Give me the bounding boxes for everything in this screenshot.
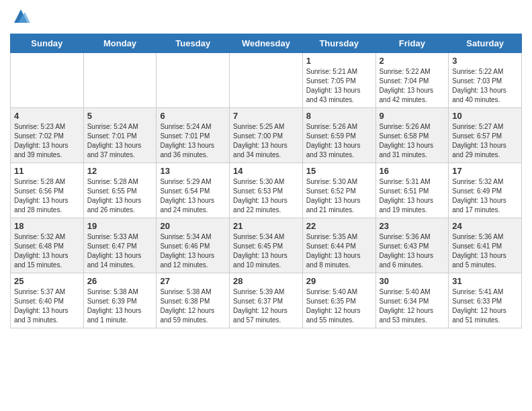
calendar-cell: 23Sunrise: 5:36 AM Sunset: 6:43 PM Dayli… <box>375 218 449 273</box>
calendar-cell: 12Sunrise: 5:28 AM Sunset: 6:55 PM Dayli… <box>83 163 157 218</box>
day-info: Sunrise: 5:30 AM Sunset: 6:53 PM Dayligh… <box>233 177 299 215</box>
day-number: 17 <box>452 166 518 176</box>
calendar-cell: 24Sunrise: 5:36 AM Sunset: 6:41 PM Dayli… <box>449 218 522 273</box>
day-number: 24 <box>452 221 518 231</box>
day-info: Sunrise: 5:26 AM Sunset: 6:59 PM Dayligh… <box>306 122 372 160</box>
day-number: 28 <box>233 276 299 286</box>
day-number: 9 <box>380 111 445 121</box>
day-info: Sunrise: 5:28 AM Sunset: 6:56 PM Dayligh… <box>14 177 80 215</box>
day-info: Sunrise: 5:24 AM Sunset: 7:01 PM Dayligh… <box>87 122 153 160</box>
day-of-week-header: Saturday <box>449 34 522 53</box>
day-info: Sunrise: 5:24 AM Sunset: 7:01 PM Dayligh… <box>160 122 226 160</box>
calendar-cell: 28Sunrise: 5:39 AM Sunset: 6:37 PM Dayli… <box>230 273 303 328</box>
calendar-week-row: 1Sunrise: 5:21 AM Sunset: 7:05 PM Daylig… <box>11 53 522 108</box>
logo-icon <box>11 7 30 26</box>
calendar-header-row: SundayMondayTuesdayWednesdayThursdayFrid… <box>11 34 522 53</box>
calendar-cell: 8Sunrise: 5:26 AM Sunset: 6:59 PM Daylig… <box>302 108 375 163</box>
day-info: Sunrise: 5:39 AM Sunset: 6:37 PM Dayligh… <box>233 287 299 325</box>
day-number: 26 <box>87 276 153 286</box>
day-info: Sunrise: 5:37 AM Sunset: 6:40 PM Dayligh… <box>14 287 80 325</box>
day-info: Sunrise: 5:26 AM Sunset: 6:58 PM Dayligh… <box>380 122 445 160</box>
day-number: 8 <box>306 111 372 121</box>
day-info: Sunrise: 5:30 AM Sunset: 6:52 PM Dayligh… <box>306 177 372 215</box>
day-number: 19 <box>87 221 153 231</box>
day-number: 2 <box>380 56 445 66</box>
calendar-week-row: 25Sunrise: 5:37 AM Sunset: 6:40 PM Dayli… <box>11 273 522 328</box>
day-number: 10 <box>452 111 518 121</box>
day-info: Sunrise: 5:21 AM Sunset: 7:05 PM Dayligh… <box>306 67 372 105</box>
day-number: 23 <box>380 221 445 231</box>
calendar-cell: 1Sunrise: 5:21 AM Sunset: 7:05 PM Daylig… <box>302 53 375 108</box>
calendar-cell: 4Sunrise: 5:23 AM Sunset: 7:02 PM Daylig… <box>11 108 84 163</box>
calendar-cell: 30Sunrise: 5:40 AM Sunset: 6:34 PM Dayli… <box>375 273 449 328</box>
day-number: 4 <box>14 111 80 121</box>
day-info: Sunrise: 5:22 AM Sunset: 7:03 PM Dayligh… <box>452 67 518 105</box>
calendar-cell <box>230 53 303 108</box>
calendar-cell <box>11 53 84 108</box>
calendar-cell: 29Sunrise: 5:40 AM Sunset: 6:35 PM Dayli… <box>302 273 375 328</box>
day-of-week-header: Thursday <box>302 34 375 53</box>
calendar-cell: 19Sunrise: 5:33 AM Sunset: 6:47 PM Dayli… <box>83 218 157 273</box>
day-number: 22 <box>306 221 372 231</box>
day-number: 27 <box>160 276 226 286</box>
day-number: 7 <box>233 111 299 121</box>
day-info: Sunrise: 5:32 AM Sunset: 6:48 PM Dayligh… <box>14 232 80 270</box>
calendar-cell: 20Sunrise: 5:34 AM Sunset: 6:46 PM Dayli… <box>157 218 230 273</box>
calendar-cell: 21Sunrise: 5:34 AM Sunset: 6:45 PM Dayli… <box>230 218 303 273</box>
calendar-cell: 13Sunrise: 5:29 AM Sunset: 6:54 PM Dayli… <box>157 163 230 218</box>
day-of-week-header: Friday <box>375 34 449 53</box>
day-info: Sunrise: 5:34 AM Sunset: 6:46 PM Dayligh… <box>160 232 226 270</box>
day-info: Sunrise: 5:41 AM Sunset: 6:33 PM Dayligh… <box>452 287 518 325</box>
day-info: Sunrise: 5:32 AM Sunset: 6:49 PM Dayligh… <box>452 177 518 215</box>
day-number: 18 <box>14 221 80 231</box>
calendar-cell: 5Sunrise: 5:24 AM Sunset: 7:01 PM Daylig… <box>83 108 157 163</box>
day-number: 12 <box>87 166 153 176</box>
logo <box>10 7 30 28</box>
day-number: 5 <box>87 111 153 121</box>
day-number: 30 <box>380 276 445 286</box>
day-number: 16 <box>380 166 445 176</box>
day-info: Sunrise: 5:29 AM Sunset: 6:54 PM Dayligh… <box>160 177 226 215</box>
day-info: Sunrise: 5:23 AM Sunset: 7:02 PM Dayligh… <box>14 122 80 160</box>
day-of-week-header: Tuesday <box>157 34 230 53</box>
calendar-cell <box>83 53 157 108</box>
calendar-cell: 15Sunrise: 5:30 AM Sunset: 6:52 PM Dayli… <box>302 163 375 218</box>
day-info: Sunrise: 5:36 AM Sunset: 6:43 PM Dayligh… <box>380 232 445 270</box>
day-info: Sunrise: 5:27 AM Sunset: 6:57 PM Dayligh… <box>452 122 518 160</box>
calendar-week-row: 18Sunrise: 5:32 AM Sunset: 6:48 PM Dayli… <box>11 218 522 273</box>
calendar-cell: 6Sunrise: 5:24 AM Sunset: 7:01 PM Daylig… <box>157 108 230 163</box>
calendar-cell: 26Sunrise: 5:38 AM Sunset: 6:39 PM Dayli… <box>83 273 157 328</box>
calendar-cell: 9Sunrise: 5:26 AM Sunset: 6:58 PM Daylig… <box>375 108 449 163</box>
calendar-cell: 17Sunrise: 5:32 AM Sunset: 6:49 PM Dayli… <box>449 163 522 218</box>
calendar-cell: 7Sunrise: 5:25 AM Sunset: 7:00 PM Daylig… <box>230 108 303 163</box>
day-info: Sunrise: 5:28 AM Sunset: 6:55 PM Dayligh… <box>87 177 153 215</box>
day-number: 1 <box>306 56 372 66</box>
day-number: 3 <box>452 56 518 66</box>
calendar-cell: 16Sunrise: 5:31 AM Sunset: 6:51 PM Dayli… <box>375 163 449 218</box>
day-info: Sunrise: 5:38 AM Sunset: 6:39 PM Dayligh… <box>87 287 153 325</box>
day-info: Sunrise: 5:36 AM Sunset: 6:41 PM Dayligh… <box>452 232 518 270</box>
day-info: Sunrise: 5:33 AM Sunset: 6:47 PM Dayligh… <box>87 232 153 270</box>
day-info: Sunrise: 5:34 AM Sunset: 6:45 PM Dayligh… <box>233 232 299 270</box>
page-header <box>10 7 522 28</box>
day-number: 20 <box>160 221 226 231</box>
calendar-cell <box>157 53 230 108</box>
day-number: 21 <box>233 221 299 231</box>
day-number: 14 <box>233 166 299 176</box>
day-info: Sunrise: 5:22 AM Sunset: 7:04 PM Dayligh… <box>380 67 445 105</box>
day-info: Sunrise: 5:40 AM Sunset: 6:34 PM Dayligh… <box>380 287 445 325</box>
day-info: Sunrise: 5:31 AM Sunset: 6:51 PM Dayligh… <box>380 177 445 215</box>
day-number: 29 <box>306 276 372 286</box>
day-number: 13 <box>160 166 226 176</box>
calendar-cell: 14Sunrise: 5:30 AM Sunset: 6:53 PM Dayli… <box>230 163 303 218</box>
day-of-week-header: Monday <box>83 34 157 53</box>
day-info: Sunrise: 5:38 AM Sunset: 6:38 PM Dayligh… <box>160 287 226 325</box>
day-info: Sunrise: 5:35 AM Sunset: 6:44 PM Dayligh… <box>306 232 372 270</box>
calendar-cell: 11Sunrise: 5:28 AM Sunset: 6:56 PM Dayli… <box>11 163 84 218</box>
calendar-cell: 22Sunrise: 5:35 AM Sunset: 6:44 PM Dayli… <box>302 218 375 273</box>
calendar-cell: 3Sunrise: 5:22 AM Sunset: 7:03 PM Daylig… <box>449 53 522 108</box>
calendar-table: SundayMondayTuesdayWednesdayThursdayFrid… <box>10 34 522 328</box>
day-of-week-header: Sunday <box>11 34 84 53</box>
calendar-week-row: 11Sunrise: 5:28 AM Sunset: 6:56 PM Dayli… <box>11 163 522 218</box>
day-info: Sunrise: 5:25 AM Sunset: 7:00 PM Dayligh… <box>233 122 299 160</box>
